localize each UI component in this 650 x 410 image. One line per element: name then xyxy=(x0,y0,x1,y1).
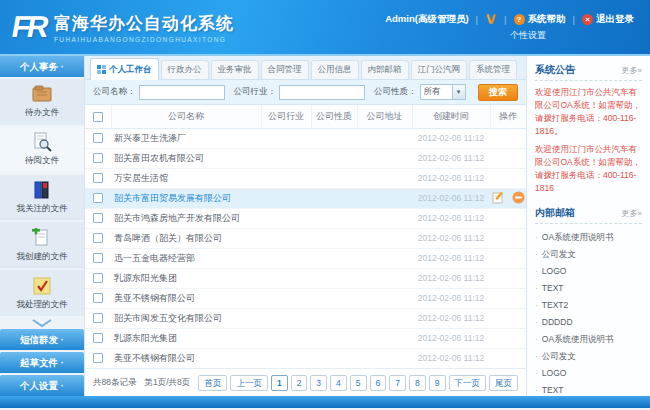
mail-item[interactable]: ·TEXT xyxy=(535,280,642,297)
folder-icon xyxy=(31,84,53,104)
company-name-link[interactable]: 美亚不锈钢有限公司 xyxy=(111,348,261,368)
sidebar-item-files-to-read[interactable]: 待阅文件 xyxy=(0,127,84,173)
tab-bar: 个人工作台 行政办公 业务审批 合同管理 公用信息 内部邮箱 江门公汽网 系统管… xyxy=(85,56,526,80)
company-name-link[interactable]: 乳源东阳光集团 xyxy=(111,328,261,348)
mailbox-panel: 内部邮箱 更多» ·OA系统使用说明书 ·公司发文 ·LOGO ·TEXT ·T… xyxy=(535,206,642,396)
company-name-link[interactable]: 万安居生活馆 xyxy=(111,168,261,188)
mail-item-label: LOGO xyxy=(542,365,567,382)
table-row: 乳源东阳光集团 2012-02-06 11:12 xyxy=(85,328,526,348)
workbench-icon xyxy=(97,65,106,74)
select-value: 所有 xyxy=(424,86,441,98)
col-company-address: 公司地址 xyxy=(357,105,412,128)
company-name-link[interactable]: 迅一五金电器经营部 xyxy=(111,248,261,268)
mailbox-title: 内部邮箱 xyxy=(535,206,575,220)
company-name-link[interactable]: 新兴泰卫生洗涤厂 xyxy=(111,128,261,148)
mail-item[interactable]: ·公司发文 xyxy=(535,348,642,365)
tab-system-management[interactable]: 系统管理 xyxy=(469,60,517,79)
personal-settings-link[interactable]: 个性设置 xyxy=(510,29,546,42)
edit-icon[interactable] xyxy=(492,191,505,206)
tab-administrative-office[interactable]: 行政办公 xyxy=(161,60,209,79)
bullet-icon: · xyxy=(535,280,538,297)
sidebar-action-draft-file[interactable]: 起草文件 · xyxy=(0,352,84,373)
row-checkbox[interactable] xyxy=(93,173,103,183)
company-name-input[interactable] xyxy=(139,85,225,100)
sidebar-action-sms-broadcast[interactable]: 短信群发 · xyxy=(0,329,84,350)
sidebar-item-processed-files[interactable]: 我处理的文件 xyxy=(0,270,84,316)
tab-jiangmen-bus-net[interactable]: 江门公汽网 xyxy=(411,60,468,79)
row-checkbox[interactable] xyxy=(93,153,103,163)
mailbox-more-link[interactable]: 更多» xyxy=(622,208,642,219)
announcements-more-link[interactable]: 更多» xyxy=(622,65,642,76)
page-button-9[interactable]: 9 xyxy=(429,375,446,391)
company-name-link[interactable]: 韶关市鸿森房地产开发有限公司 xyxy=(111,208,261,228)
help-icon: ? xyxy=(514,14,525,25)
search-button[interactable]: 搜索 xyxy=(478,84,518,101)
page-button-3[interactable]: 3 xyxy=(310,375,327,391)
company-type-select[interactable]: 所有 ▼ xyxy=(420,84,466,100)
mail-item[interactable]: ·TEXT2 xyxy=(535,297,642,314)
tab-personal-workbench[interactable]: 个人工作台 xyxy=(90,58,159,80)
row-checkbox[interactable] xyxy=(93,333,103,343)
system-help-link[interactable]: ? 系统帮助 xyxy=(514,13,566,26)
footer-strip xyxy=(0,396,650,408)
row-checkbox[interactable] xyxy=(93,133,103,143)
company-name-link[interactable]: 韶关富田农机有限公司 xyxy=(111,148,261,168)
tab-public-info[interactable]: 公用信息 xyxy=(311,60,359,79)
company-name-link[interactable]: 韶关市富田贸易发展有限公司 xyxy=(111,188,261,208)
logout-link[interactable]: × 退出登录 xyxy=(582,13,634,26)
first-page-button[interactable]: 首页 xyxy=(198,375,227,391)
bullet-icon: · xyxy=(535,382,538,396)
sidebar-section-personal-affairs[interactable]: 个人事务 · xyxy=(0,56,84,77)
tab-business-approval[interactable]: 业务审批 xyxy=(211,60,259,79)
mail-item[interactable]: ·TEXT xyxy=(535,382,642,396)
mail-item[interactable]: ·LOGO xyxy=(535,365,642,382)
page-button-7[interactable]: 7 xyxy=(389,375,406,391)
company-name-link[interactable]: 青岛啤酒（韶关）有限公司 xyxy=(111,228,261,248)
sidebar-item-created-files[interactable]: 我创建的文件 xyxy=(0,222,84,268)
sidebar-collapse-chevron[interactable] xyxy=(0,316,84,329)
row-checkbox[interactable] xyxy=(93,273,103,283)
row-checkbox[interactable] xyxy=(93,313,103,323)
company-industry-input[interactable] xyxy=(279,85,365,100)
search-bar: 公司名称： 公司行业： 公司性质： 所有 ▼ 搜索 xyxy=(85,80,526,105)
page-button-6[interactable]: 6 xyxy=(370,375,387,391)
divider: | xyxy=(476,14,478,25)
row-checkbox[interactable] xyxy=(93,233,103,243)
row-checkbox[interactable] xyxy=(93,193,103,203)
col-actions: 操作 xyxy=(490,105,526,128)
table-row: 韶关富田农机有限公司 2012-02-06 11:12 xyxy=(85,148,526,168)
page-button-4[interactable]: 4 xyxy=(330,375,347,391)
sidebar-item-followed-files[interactable]: 我关注的文件 xyxy=(0,175,84,221)
mail-item[interactable]: ·公司发文 xyxy=(535,246,642,263)
mail-item[interactable]: ·OA系统使用说明书 xyxy=(535,331,642,348)
right-panel: 系统公告 更多» 欢迎使用江门市公共汽车有限公司OA系统！如需帮助，请拨打服务电… xyxy=(526,56,650,396)
row-checkbox[interactable] xyxy=(93,253,103,263)
sidebar-item-label: 待办文件 xyxy=(25,107,59,119)
company-name-link[interactable]: 乳源东阳光集团 xyxy=(111,268,261,288)
delete-icon[interactable] xyxy=(512,191,525,206)
row-checkbox[interactable] xyxy=(93,353,103,363)
row-checkbox[interactable] xyxy=(93,213,103,223)
company-name-link[interactable]: 韶关市闽发五交化有限公司 xyxy=(111,308,261,328)
next-page-button[interactable]: 下一页 xyxy=(449,375,487,391)
last-page-button[interactable]: 尾页 xyxy=(489,375,518,391)
tab-contract-management[interactable]: 合同管理 xyxy=(261,60,309,79)
row-checkbox[interactable] xyxy=(93,293,103,303)
tools-icon[interactable] xyxy=(485,13,497,25)
mail-item[interactable]: ·OA系统使用说明书 xyxy=(535,229,642,246)
sidebar-item-pending-files[interactable]: 待办文件 xyxy=(0,79,84,125)
mail-item[interactable]: ·DDDDD xyxy=(535,314,642,331)
page-button-8[interactable]: 8 xyxy=(409,375,426,391)
sidebar-action-personal-settings[interactable]: 个人设置 · xyxy=(0,375,84,396)
prev-page-button[interactable]: 上一页 xyxy=(230,375,268,391)
page-button-1[interactable]: 1 xyxy=(271,375,288,391)
help-label: 系统帮助 xyxy=(528,13,566,26)
mail-item[interactable]: ·LOGO xyxy=(535,263,642,280)
select-all-checkbox[interactable] xyxy=(93,112,103,122)
company-name-link[interactable]: 美亚不锈钢有限公司 xyxy=(111,288,261,308)
page-button-2[interactable]: 2 xyxy=(291,375,308,391)
page-button-5[interactable]: 5 xyxy=(350,375,367,391)
tab-internal-mail[interactable]: 内部邮箱 xyxy=(361,60,409,79)
created-time: 2012-02-06 11:12 xyxy=(412,148,490,168)
table-row: 美亚不锈钢有限公司 2012-02-06 11:12 xyxy=(85,348,526,368)
